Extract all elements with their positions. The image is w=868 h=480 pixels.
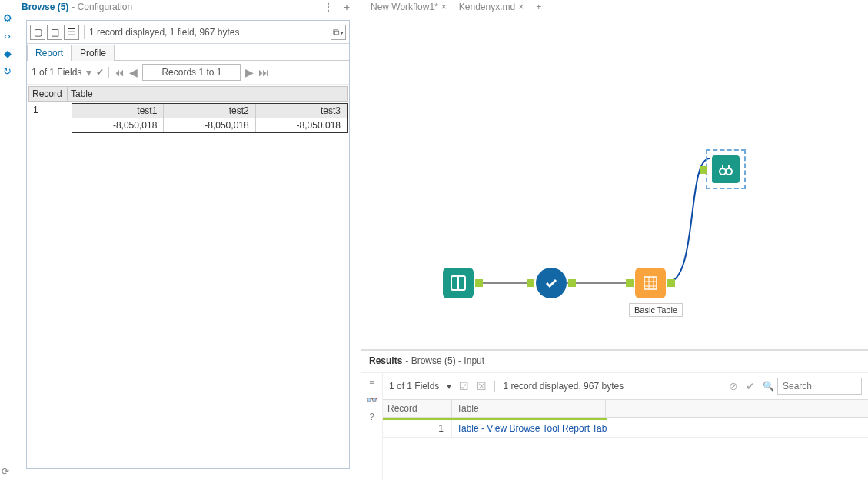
results-header: Results - Browse (5) - Input <box>361 351 868 372</box>
config-tabs: Report Profile <box>27 44 349 61</box>
close-icon[interactable]: × <box>518 2 524 12</box>
results-subtitle: - Browse (5) - Input <box>405 355 484 366</box>
popout-icon[interactable]: ⧉▾ <box>331 25 346 40</box>
results-panel: Results - Browse (5) - Input ≡ 👓 ? 1 of … <box>361 349 868 480</box>
col-table: Table <box>452 400 606 417</box>
left-icon-strip: ⚙ ‹› ◆ ↻ <box>0 0 15 480</box>
config-subtitle: - Configuration <box>72 2 132 12</box>
input-port[interactable] <box>700 166 707 174</box>
canvas-tab[interactable]: New Workflow1*× <box>371 2 447 12</box>
layout-stack-button[interactable]: ☰ <box>64 25 79 40</box>
data-table: Record Table 1 test1 test2 test3 -8,050,… <box>28 86 348 133</box>
results-fields: 1 of 1 Fields <box>389 381 439 392</box>
cell-table-link[interactable]: Table - View Browse Tool Report Tab <box>452 420 611 437</box>
svg-point-7 <box>720 168 726 175</box>
workflow-canvas[interactable]: Basic Table <box>361 14 868 349</box>
input-port[interactable] <box>527 279 534 287</box>
check-icon[interactable]: ✔ <box>96 67 104 78</box>
divider <box>84 25 85 39</box>
next-page-icon[interactable]: ▶ <box>245 66 254 78</box>
tab-profile[interactable]: Profile <box>72 45 115 61</box>
col-record: Record <box>29 87 68 101</box>
results-title: Results <box>369 355 402 366</box>
records-range: Records 1 to 1 <box>142 64 241 81</box>
record-number: 1 <box>28 105 38 115</box>
cell-record: 1 <box>383 420 452 437</box>
inner-row: -8,050,018 -8,050,018 -8,050,018 <box>72 118 347 132</box>
results-status: 1 record displayed, 967 bytes <box>503 381 624 392</box>
results-toolbar: 1 of 1 Fields ▾ ☑ ☒ 1 record displayed, … <box>383 373 868 399</box>
record-status: 1 record displayed, 1 field, 967 bytes <box>89 27 239 38</box>
report-toolbar: 1 of 1 Fields ▾ ✔ ⏮ ◀ Records 1 to 1 ▶ ⏭ <box>27 61 349 85</box>
last-page-icon[interactable]: ⏭ <box>258 66 269 78</box>
table-row[interactable]: 1 Table - View Browse Tool Report Tab <box>383 420 868 438</box>
input-port[interactable] <box>626 279 634 287</box>
connector <box>567 282 629 284</box>
prev-page-icon[interactable]: ◀ <box>129 66 138 78</box>
deselect-icon[interactable]: ☒ <box>477 380 487 392</box>
tab-report[interactable]: Report <box>27 45 72 61</box>
book-icon <box>450 275 467 292</box>
fields-label: 1 of 1 Fields <box>32 67 81 78</box>
results-icon-strip: ≡ 👓 ? <box>361 373 383 480</box>
node-browse-selected[interactable] <box>706 149 746 189</box>
check-icon[interactable]: ☑ <box>459 380 469 392</box>
inner-cell: -8,050,018 <box>72 118 164 132</box>
layout-split-button[interactable]: ◫ <box>47 25 62 40</box>
results-table: Record Table 1 Table - View Browse Tool … <box>383 399 868 438</box>
add-tab-button[interactable]: + <box>536 2 541 12</box>
node-label: Basic Table <box>629 303 683 317</box>
inner-cell: -8,050,018 <box>256 118 347 132</box>
connector <box>475 282 529 284</box>
config-toolbar: ▢ ◫ ☰ 1 record displayed, 1 field, 967 b… <box>27 21 349 44</box>
canvas-tabs: New Workflow1*× Kendenyx.md× + <box>361 0 868 14</box>
gear-icon[interactable]: ⚙ <box>3 12 12 24</box>
inner-col: test1 <box>72 104 164 118</box>
binoculars-icon[interactable]: 👓 <box>366 395 377 405</box>
node-basic-table[interactable] <box>635 268 666 298</box>
canvas-tab[interactable]: Kendenyx.md× <box>459 2 524 12</box>
inner-cell: -8,050,018 <box>164 118 255 132</box>
right-pane: New Workflow1*× Kendenyx.md× + Basic Tab… <box>361 0 868 480</box>
output-port[interactable] <box>667 279 675 287</box>
dropdown-icon[interactable]: ▾ <box>447 381 451 392</box>
block-icon[interactable]: ⊘ <box>729 380 738 392</box>
output-port[interactable] <box>568 279 576 287</box>
inner-header: test1 test2 test3 <box>72 104 347 118</box>
col-table: Table <box>68 87 347 101</box>
list-icon[interactable]: ≡ <box>369 378 374 388</box>
layout-single-button[interactable]: ▢ <box>30 25 45 40</box>
help-icon[interactable]: ? <box>369 412 374 422</box>
add-icon[interactable]: ＋ <box>339 1 354 14</box>
tag-icon[interactable]: ◆ <box>4 48 12 59</box>
node-select[interactable] <box>536 268 567 298</box>
config-title: Browse (5) <box>22 2 68 12</box>
configuration-panel: Browse (5) - Configuration ⋮ ＋ ▢ ◫ ☰ 1 r… <box>15 0 361 480</box>
results-body: ≡ 👓 ? 1 of 1 Fields ▾ ☑ ☒ 1 record displ… <box>361 372 868 480</box>
config-body: ▢ ◫ ☰ 1 record displayed, 1 field, 967 b… <box>26 20 350 469</box>
data-table-header: Record Table <box>28 86 348 102</box>
output-port[interactable] <box>475 279 483 287</box>
svg-rect-2 <box>644 277 657 289</box>
close-icon[interactable]: × <box>441 2 447 12</box>
col-record: Record <box>383 400 452 417</box>
search-icon[interactable]: 🔍 <box>763 381 774 392</box>
first-page-icon[interactable]: ⏮ <box>114 66 125 78</box>
svg-point-8 <box>726 168 732 175</box>
search-box: 🔍 <box>763 378 862 395</box>
browse-inner <box>712 155 740 183</box>
inner-col: test2 <box>164 104 255 118</box>
inner-table: test1 test2 test3 -8,050,018 -8,050,018 … <box>72 103 348 133</box>
menu-icon[interactable]: ⋮ <box>321 2 336 12</box>
config-header: Browse (5) - Configuration ⋮ ＋ <box>15 0 361 14</box>
results-table-header: Record Table <box>383 399 868 418</box>
check-icon <box>544 275 559 291</box>
check-mark-icon[interactable]: ✔ <box>746 380 755 392</box>
refresh-icon[interactable]: ⟳ <box>2 466 9 477</box>
cycle-icon[interactable]: ↻ <box>3 65 12 77</box>
dropdown-icon[interactable]: ▾ <box>86 66 91 78</box>
binoculars-icon <box>718 162 733 177</box>
search-input[interactable] <box>777 378 862 395</box>
node-input[interactable] <box>443 268 474 298</box>
code-icon[interactable]: ‹› <box>4 30 11 42</box>
